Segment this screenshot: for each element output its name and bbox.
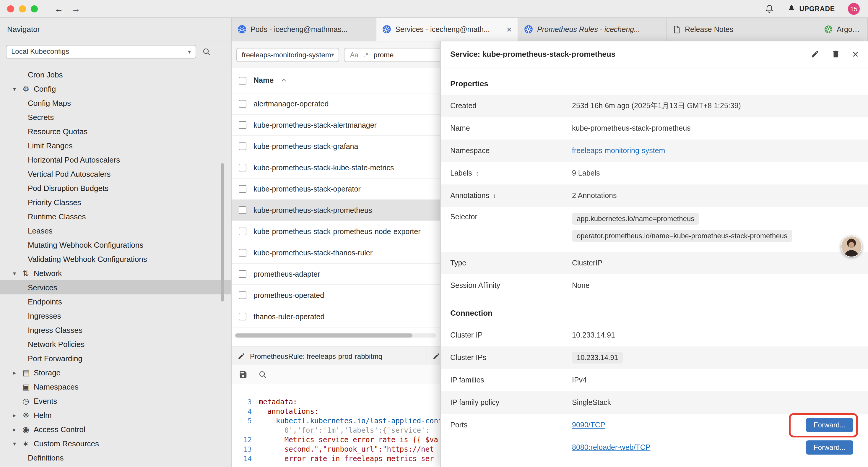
sidebar-item[interactable]: Mutating Webhook Configurations [0,238,231,252]
window-minimize-button[interactable] [19,5,26,12]
tab-argo[interactable]: Argo Se [818,18,868,41]
tree-chevron-icon[interactable]: ▾ [13,440,23,447]
row-checkbox[interactable] [239,270,246,278]
match-case-toggle[interactable]: Aa [350,51,359,58]
window-close-button[interactable] [7,5,14,12]
access-control-icon: ◉ [23,425,34,434]
tree-chevron-icon[interactable]: ▸ [13,426,23,432]
service-row[interactable]: kube-prometheus-stack-prometheus-node-ex… [231,221,440,242]
row-checkbox[interactable] [239,164,246,171]
sidebar-item[interactable]: Limit Ranges [0,138,231,152]
tab-services[interactable]: Services - icecheng@math... × [376,18,518,41]
back-icon[interactable]: ← [54,4,63,13]
sidebar-item[interactable]: Cron Jobs [0,67,231,82]
row-checkbox[interactable] [239,291,246,299]
row-checkbox[interactable] [239,206,246,214]
sidebar-item[interactable]: Validating Webhook Configurations [0,252,231,266]
sidebar-item[interactable]: Network Policies [0,337,231,351]
tab-close-icon[interactable]: × [506,25,512,34]
service-row[interactable]: kube-prometheus-stack-prometheus [231,200,440,221]
sidebar-item[interactable]: Horizontal Pod Autoscalers [0,152,231,167]
service-row[interactable]: kube-prometheus-stack-grafana [231,136,440,157]
name-column-header[interactable]: Name [253,76,274,85]
sidebar-item[interactable]: Priority Classes [0,195,231,209]
tab-pods[interactable]: Pods - icecheng@mathmas... [231,18,376,41]
upgrade-button[interactable]: UPGRADE [787,4,835,13]
service-row[interactable]: prometheus-operated [231,285,440,306]
sidebar-item[interactable]: Vertical Pod Autoscalers [0,167,231,181]
tree-chevron-icon[interactable]: ▾ [13,270,23,276]
dock-tab-partial[interactable] [427,346,440,366]
sidebar-item[interactable]: ▾ ⇅ Network [0,266,231,280]
port-link[interactable]: 9090/TCP [572,421,606,429]
service-row[interactable]: thanos-ruler-operated [231,306,440,327]
namespace-selector[interactable]: freeleaps-monitoring-system ▾ [236,48,339,62]
sidebar-item[interactable]: Ingresses [0,309,231,323]
sidebar-item[interactable]: Config Maps [0,96,231,110]
sidebar-item[interactable]: ▾ ∗ Custom Resources [0,436,231,450]
sidebar-item[interactable]: Pod Disruption Budgets [0,181,231,195]
sidebar-item[interactable]: Ingress Classes [0,323,231,337]
row-checkbox[interactable] [239,249,246,257]
sidebar-item[interactable]: Definitions [0,450,231,465]
namespace-link[interactable]: freeleaps-monitoring-system [572,147,665,155]
window-maximize-button[interactable] [31,5,38,12]
save-icon[interactable] [239,370,248,379]
service-row[interactable]: prometheus-adapter [231,264,440,285]
sidebar-item[interactable]: Secrets [0,110,231,124]
search-input[interactable]: Aa .* prome [344,48,440,62]
editor-search-icon[interactable] [258,370,267,379]
user-avatar[interactable] [841,236,862,257]
row-checkbox[interactable] [239,228,246,235]
sidebar-item[interactable]: Leases [0,224,231,238]
edit-pencil-icon[interactable] [811,50,820,59]
forward-button[interactable]: Forward... [806,440,853,455]
sort-asc-icon[interactable] [281,77,287,84]
tab-release-notes[interactable]: Release Notes [666,18,818,41]
code-line: 3 metadata: [231,397,440,407]
service-row[interactable]: kube-prometheus-stack-kube-state-metrics [231,157,440,178]
sidebar-item[interactable]: ▣ Namespaces [0,380,231,394]
kubeconfig-selector[interactable]: Local Kubeconfigs ▾ [6,45,196,58]
service-row[interactable]: kube-prometheus-stack-alertmanager [231,115,440,136]
tree-chevron-icon[interactable]: ▸ [13,369,23,376]
yaml-editor[interactable]: 3 metadata: 4 annotations: 5 kubectl.kub… [231,384,440,467]
row-checkbox[interactable] [239,100,246,108]
regex-toggle[interactable]: .* [364,51,368,58]
close-icon[interactable]: × [852,49,859,59]
service-row[interactable]: kube-prometheus-stack-thanos-ruler [231,242,440,264]
row-checkbox[interactable] [239,185,246,193]
sidebar-item[interactable]: Services [0,280,231,294]
row-checkbox[interactable] [239,143,246,150]
notification-count-badge[interactable]: 15 [848,3,860,14]
forward-button[interactable]: Forward... [806,418,853,432]
sidebar-item[interactable]: Resource Quotas [0,124,231,138]
service-row[interactable]: kube-prometheus-stack-operator [231,178,440,200]
scrollbar-thumb[interactable] [235,333,412,338]
row-checkbox[interactable] [239,121,246,129]
row-checkbox[interactable] [239,313,246,320]
sidebar-search-icon[interactable] [202,47,211,56]
tree-chevron-icon[interactable]: ▸ [13,412,23,418]
notifications-bell-icon[interactable] [764,4,774,13]
delete-trash-icon[interactable] [832,50,840,59]
tree-chevron-icon[interactable]: ▾ [13,85,23,92]
port-link[interactable]: 8080:reloader-web/TCP [572,443,650,451]
horizontal-scrollbar[interactable] [235,333,436,338]
sidebar-item[interactable]: ▾ ⚙ Config [0,82,231,96]
expander-icon[interactable]: ↕ [493,192,496,199]
sidebar-item[interactable]: ▸ ◉ Access Control [0,422,231,436]
dock-tab-prometheusrule[interactable]: PrometheusRule: freeleaps-prod-rabbitmq [231,346,427,366]
sidebar-item[interactable]: ▸ ☸ Helm [0,408,231,422]
tab-prometheus-rules[interactable]: Prometheus Rules - icecheng... [518,18,666,41]
sidebar-item[interactable]: ▸ ▤ Storage [0,365,231,380]
sidebar-scrollbar[interactable] [221,163,224,301]
sidebar-item[interactable]: Port Forwarding [0,351,231,365]
sidebar-item[interactable]: ◷ Events [0,394,231,408]
forward-icon[interactable]: → [71,4,80,13]
service-row[interactable]: alertmanager-operated [231,93,440,115]
select-all-checkbox[interactable] [239,77,246,84]
expander-icon[interactable]: ↕ [476,170,479,177]
sidebar-item[interactable]: Runtime Classes [0,209,231,224]
sidebar-item[interactable]: Endpoints [0,294,231,309]
